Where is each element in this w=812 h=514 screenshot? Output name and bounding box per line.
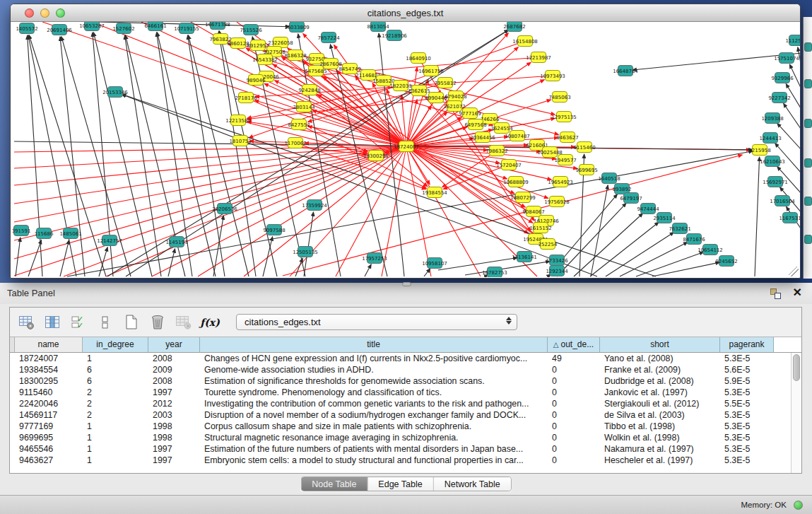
cell-in-degree[interactable]: 2: [83, 398, 148, 409]
cell-short[interactable]: Wolkin et al. (1998): [600, 432, 720, 443]
graph-node[interactable]: 20691406: [47, 25, 72, 35]
cell-short[interactable]: Nakamura et al. (1997): [600, 443, 720, 455]
cell-pagerank[interactable]: 5.3E-5: [720, 455, 774, 466]
cell-out-de-[interactable]: 0: [548, 364, 600, 375]
graph-node[interactable]: 12213987: [526, 52, 551, 63]
graph-node[interactable]: 2803144: [293, 102, 315, 112]
network-window-titlebar[interactable]: citations_edges.txt: [11, 4, 800, 22]
graph-node[interactable]: 7857224: [317, 33, 340, 43]
table-row[interactable]: 1872400712008Changes of HCN gene express…: [10, 353, 791, 364]
table-row[interactable]: 1938455462009Genome-wide association stu…: [10, 364, 791, 375]
graph-node[interactable]: 1145193: [165, 237, 187, 247]
graph-node[interactable]: 20206536: [212, 204, 237, 214]
cell-pagerank[interactable]: 5.3E-5: [720, 353, 774, 364]
graph-node[interactable]: 10653287: [79, 22, 105, 31]
new-document-icon[interactable]: [122, 313, 141, 332]
vertical-scrollbar[interactable]: [791, 353, 801, 473]
cell-pagerank[interactable]: 5.9E-5: [720, 375, 774, 387]
cell-out-de-[interactable]: 49: [548, 353, 600, 364]
graph-node[interactable]: 7955812: [434, 78, 456, 88]
cell-in-degree[interactable]: 2: [83, 387, 148, 398]
graph-node[interactable]: 1209388: [761, 113, 783, 124]
table-row[interactable]: 1830029562008Estimation of significance …: [10, 375, 791, 387]
graph-node[interactable]: [804, 197, 812, 206]
window-resize-grip[interactable]: [789, 267, 799, 276]
table-row[interactable]: 911546021997Tourette syndrome. Phenomeno…: [10, 387, 791, 398]
table-row[interactable]: 946362711997Embryonic stem cells: a mode…: [10, 455, 791, 466]
graph-node[interactable]: 16210643: [760, 156, 785, 167]
cell-name[interactable]: 9115460: [15, 387, 83, 398]
cell-short[interactable]: Stergiakouli et al. (2012): [600, 398, 720, 409]
cell-in-degree[interactable]: 1: [83, 443, 148, 455]
cell-name[interactable]: 9463627: [15, 455, 83, 466]
close-panel-icon[interactable]: ✕: [793, 286, 802, 299]
cell-short[interactable]: Dudbridge et al. (2008): [600, 375, 720, 387]
cell-in-degree[interactable]: 1: [83, 353, 148, 364]
graph-node[interactable]: 15692971: [763, 177, 788, 187]
cell-year[interactable]: 2012: [148, 398, 200, 409]
cell-out-de-[interactable]: 0: [548, 375, 600, 387]
graph-node[interactable]: 1170062: [284, 138, 306, 148]
column-header-in-degree[interactable]: in_degree: [83, 337, 148, 352]
cell-pagerank[interactable]: 5.3E-5: [720, 421, 774, 432]
cell-name[interactable]: 9465546: [15, 443, 83, 455]
cell-title[interactable]: Corpus callosum shape and size in male p…: [200, 421, 548, 432]
cell-pagerank[interactable]: 5.6E-5: [720, 364, 774, 375]
split-divider-handle[interactable]: [402, 282, 411, 286]
graph-node[interactable]: [804, 119, 812, 128]
table-settings-icon[interactable]: [17, 313, 37, 332]
select-all-icon[interactable]: ✓✓: [69, 313, 89, 332]
graph-node[interactable]: 9699695: [575, 165, 597, 175]
tab-node-table[interactable]: Node Table: [301, 477, 367, 491]
cell-out-de-[interactable]: 0: [548, 455, 600, 466]
graph-node[interactable]: 19218906: [382, 30, 407, 41]
graph-node[interactable]: 989046: [247, 75, 266, 86]
graph-node[interactable]: 12213589: [225, 115, 251, 126]
graph-node[interactable]: 1949577: [554, 155, 576, 165]
cell-pagerank[interactable]: 5.5E-5: [720, 398, 774, 409]
cell-title[interactable]: Tourette syndrome. Phenomenology and cla…: [200, 387, 548, 398]
clear-selection-icon[interactable]: [95, 313, 115, 332]
cell-short[interactable]: Hescheler et al. (1997): [600, 455, 720, 466]
cell-short[interactable]: Franke et al. (2009): [600, 364, 720, 375]
cell-year[interactable]: 2003: [148, 409, 200, 421]
graph-node[interactable]: 9115460: [573, 142, 595, 153]
graph-node[interactable]: [804, 42, 812, 52]
graph-node[interactable]: 8215958: [748, 145, 770, 156]
graph-node[interactable]: 1527602: [112, 23, 134, 34]
graph-node[interactable]: 15751074: [774, 53, 799, 64]
graph-node[interactable]: 16648784: [613, 66, 638, 76]
graph-node[interactable]: 1244413: [759, 133, 781, 144]
delete-attribute-icon[interactable]: [148, 313, 167, 332]
graph-node[interactable]: [804, 235, 812, 244]
graph-node[interactable]: 8813054: [367, 22, 389, 32]
cell-name[interactable]: 18724007: [15, 353, 83, 364]
column-header-out-de-[interactable]: △out_de...: [548, 337, 600, 352]
table-select-dropdown[interactable]: citations_edges.txt: [236, 314, 517, 330]
cell-title[interactable]: Estimation of the future numbers of pati…: [200, 443, 548, 455]
cell-in-degree[interactable]: 1: [83, 432, 148, 443]
cell-in-degree[interactable]: 2: [83, 409, 148, 421]
table-row[interactable]: 946554611997Estimation of the future num…: [10, 443, 791, 455]
cell-name[interactable]: 9699695: [15, 432, 83, 443]
graph-node[interactable]: 9245652: [715, 256, 737, 267]
cell-year[interactable]: 1998: [148, 421, 200, 432]
cell-in-degree[interactable]: 6: [83, 375, 148, 387]
cell-out-de-[interactable]: 0: [548, 387, 600, 398]
show-columns-icon[interactable]: [43, 313, 63, 332]
graph-node[interactable]: 1112549: [785, 35, 800, 46]
cell-title[interactable]: Estimation of significance thresholds fo…: [200, 375, 548, 387]
cell-name[interactable]: 9777169: [15, 421, 83, 432]
column-header-year[interactable]: year: [148, 337, 200, 352]
cell-title[interactable]: Changes of HCN gene expression and I(f) …: [200, 353, 548, 364]
graph-node[interactable]: 8471676: [683, 234, 705, 245]
cell-year[interactable]: 1997: [148, 387, 200, 398]
tab-network-table[interactable]: Network Table: [434, 477, 511, 491]
graph-node[interactable]: 1640518: [598, 173, 620, 184]
graph-node[interactable]: 12142757: [97, 235, 122, 246]
cell-title[interactable]: Genome-wide association studies in ADHD.: [200, 364, 548, 375]
cell-year[interactable]: 1997: [148, 443, 200, 455]
graph-node[interactable]: 2687682: [503, 22, 525, 32]
cell-short[interactable]: de Silva et al. (2003): [600, 409, 720, 421]
cell-name[interactable]: 22420046: [15, 398, 83, 409]
